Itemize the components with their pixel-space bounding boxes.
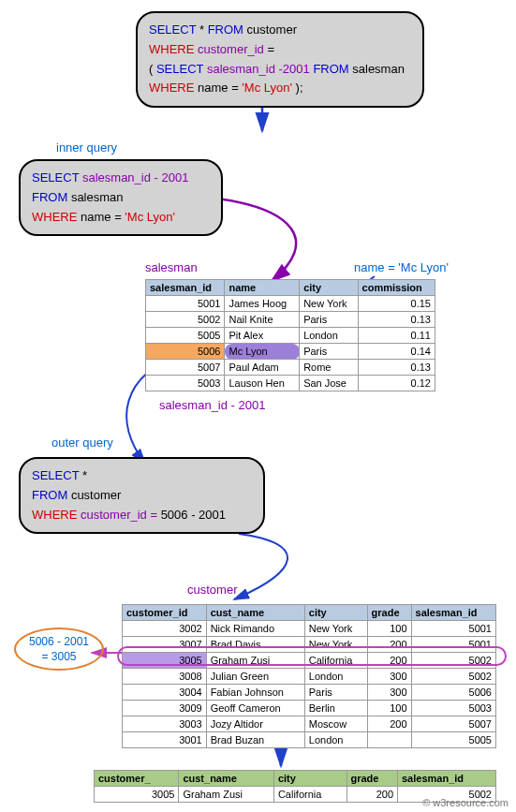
table-row: 3003Jozy AltidorMoscow2005007	[123, 716, 496, 732]
inner-query-label: inner query	[56, 140, 117, 155]
table-row-highlighted: 5006Mc LyonParis0.14	[146, 344, 435, 360]
table-row: 5003Lauson HenSan Jose0.12	[146, 376, 435, 391]
table-row: 3004Fabian JohnsonParis3005006	[123, 685, 496, 701]
table-row: 3008Julian GreenLondon3005002	[123, 669, 496, 685]
main-query-box: SELECT * FROM customer WHERE customer_id…	[136, 11, 424, 108]
table-row: 5001James HoogNew York0.15	[146, 296, 435, 312]
customer-table: customer_id cust_name city grade salesma…	[122, 604, 496, 748]
salesman-table: salesman_id name city commission 5001Jam…	[145, 279, 435, 391]
table-row-highlighted: 3005Graham ZusiCalifornia2005002	[123, 653, 496, 669]
outer-query-label: outer query	[52, 436, 113, 450]
table-row: 3007Brad DavisNew York2005001	[123, 637, 496, 653]
table-row: 5005Pit AlexLondon0.11	[146, 328, 435, 344]
customer-table-label: customer	[187, 583, 237, 597]
inner-query-box: SELECT salesman_id - 2001 FROM salesman …	[19, 159, 223, 236]
table-row: 5002Nail KniteParis0.13	[146, 312, 435, 328]
table-row: 5007Paul AdamRome0.13	[146, 360, 435, 376]
table-row: 3001Brad BuzanLondon5005	[123, 732, 496, 748]
table-row: 3002Nick RimandoNew York1005001	[123, 621, 496, 637]
computation-oval: 5006 - 2001 = 3005	[14, 627, 104, 671]
sid-expr-label: salesman_id - 2001	[159, 398, 265, 412]
salesman-table-label: salesman	[145, 260, 198, 274]
table-row: 3009Geoff CameronBerlin1005003	[123, 701, 496, 716]
watermark: © w3resource.com	[422, 797, 509, 808]
name-eq-label: name = 'Mc Lyon'	[354, 260, 449, 274]
outer-query-box: SELECT * FROM customer WHERE customer_id…	[19, 457, 265, 534]
kw-select: SELECT	[149, 22, 199, 37]
